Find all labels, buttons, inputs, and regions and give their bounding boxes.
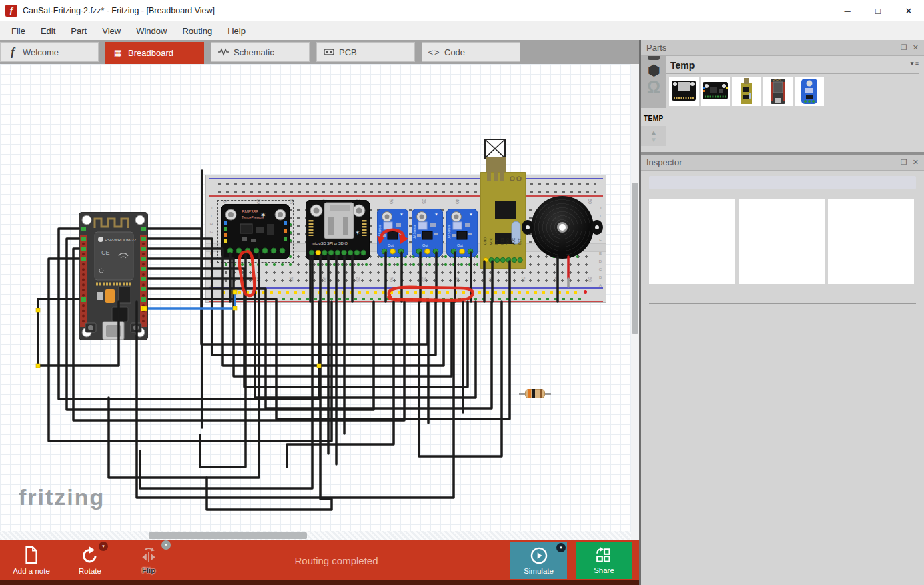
rotate-dropdown-arrow[interactable]: ▼ [99,542,108,551]
menu-item[interactable]: View [96,26,130,36]
rail-holes-ground-bottom [223,295,583,301]
rail-holes-top [215,180,596,195]
breadboard-canvas[interactable]: fritzing 51015202530354045505560 JIHGF J… [0,64,639,540]
close-panel-icon[interactable]: ✕ [913,158,919,167]
bin-menu-icon[interactable]: ▾ ≡ [911,60,919,71]
esp32-board-graphic: ESP-WROOM-32 CE [79,212,148,340]
resistor[interactable] [519,388,551,400]
scroll-down-icon[interactable]: ▼ [650,136,657,143]
rail-line-red-top [209,195,603,197]
row-letters-left-top: JIHGF [209,206,214,242]
inspector-previews [649,199,916,284]
antenna-connector [486,157,506,173]
svg-text:microSD SPI or SDIO: microSD SPI or SDIO [312,241,348,245]
fritzing-f-icon: f [7,45,18,59]
title-bar: f CanSat-Fritzing-2.fzz* - Fritzing - [B… [0,0,924,21]
note-icon [23,546,40,564]
close-panel-icon[interactable]: ✕ [913,43,919,52]
tab-schematic[interactable]: Schematic [211,42,310,62]
microsd-breakout-board[interactable]: ✶ microSD SPI or SDIO [306,200,370,260]
fritzing-app-icon: f [5,5,17,17]
menu-item[interactable]: Edit [35,26,65,36]
temp-bin-tab[interactable]: TEMP [641,108,666,122]
parts-panel-header: Parts ❐ ✕ [641,40,924,56]
float-panel-icon[interactable]: ❐ [901,158,907,167]
schematic-preview-box [739,199,825,284]
antenna-icon[interactable] [484,139,506,159]
breadboard-preview-box [649,199,735,284]
svg-text:Out: Out [388,243,394,247]
part-thumb-blue-sensor[interactable] [795,77,824,106]
parts-bin-tabs: ⬢ Ω TEMP ▲ ▼ [641,56,666,152]
fritzing-window: f CanSat-Fritzing-2.fzz* - Fritzing - [B… [0,0,924,585]
svg-text:Out: Out [422,243,428,247]
svg-text:UV Sensor: UV Sensor [448,225,451,239]
breadboard-grid-icon: ▦ [113,48,123,58]
svg-text:ESP-WROOM-32: ESP-WROOM-32 [105,238,137,242]
inspector-title-field[interactable] [649,176,916,189]
menu-bar: FileEditPartViewWindowRoutingHelp [0,21,924,40]
tab-code[interactable]: <> Code [422,42,520,62]
add-note-button[interactable]: Add a note [5,542,57,579]
vertical-scrollbar[interactable] [632,183,638,334]
schematic-waveform-icon [218,48,229,56]
flip-icon [139,546,158,564]
esp32-devkit-board[interactable]: ESP-WROOM-32 CE [79,212,148,340]
red-hole [584,290,587,294]
svg-text:✶: ✶ [355,229,360,236]
canvas-bottom-edge [0,531,639,540]
tab-welcome[interactable]: f Welcome [0,42,99,62]
simulate-dropdown-arrow[interactable]: ▼ [556,543,566,552]
inspector-divider [649,303,916,304]
horizontal-scrollbar[interactable] [149,532,307,539]
bmp388-sensor-board[interactable]: ✶ BMP388 Temp+Pressure [221,204,290,259]
bin-tab-icon-clipped[interactable] [648,56,660,60]
flip-button[interactable]: Flip ▼ [123,542,175,579]
menu-item[interactable]: File [5,26,35,36]
omega-bin-icon[interactable]: Ω [647,78,660,95]
menu-item[interactable]: Window [130,26,176,36]
inspector-divider [649,314,916,314]
column-numbers-bottom: 51015202530354045505560 [221,275,591,283]
bmp388-graphic: ✶ BMP388 Temp+Pressure [221,204,290,259]
share-button[interactable]: Share [576,542,632,579]
part-thumb-esp32-module[interactable] [763,77,793,106]
scroll-up-icon[interactable]: ▲ [650,129,657,136]
svg-text:✶: ✶ [400,212,404,217]
inspector-body [641,176,924,314]
uv-sensor-board-1[interactable]: ✶ UV Sensor Out [377,209,408,259]
rotate-button[interactable]: Rotate ▼ [64,542,116,579]
menu-item[interactable]: Part [65,26,96,36]
resistor-band [540,389,542,398]
close-button[interactable]: ✕ [893,0,924,21]
pcb-preview-box [828,199,914,284]
resistor-band [528,389,531,398]
bottom-toolbar: Add a note Rotate ▼ [0,540,639,580]
menu-item[interactable]: Routing [176,26,221,36]
part-thumb-sensor-board[interactable] [701,77,730,106]
rf-pin-labels: GNDVCCENRXDTXDAUXSET [483,237,521,245]
part-thumb-rf-module[interactable] [732,77,761,106]
flip-dropdown-arrow[interactable]: ▼ [161,540,171,550]
resistor-band [532,389,535,398]
buzzer-mount-tab [522,220,534,235]
float-panel-icon[interactable]: ❐ [901,43,907,52]
tab-breadboard[interactable]: ▦ Breadboard [105,42,204,64]
simulate-play-icon [530,546,548,565]
minimize-button[interactable]: ─ [832,0,863,21]
part-thumb-microsd-breakout[interactable] [669,77,699,106]
menu-item[interactable]: Help [221,26,255,36]
rf-module-graphic [480,172,526,269]
maximize-button[interactable]: □ [863,0,893,21]
simulate-button[interactable]: Simulate ▼ [510,542,567,579]
piezo-buzzer[interactable] [531,196,594,259]
vertical-scrollbar-track[interactable] [631,64,639,540]
uv-sensor-board-2[interactable]: ✶ UV Sensor Out [412,209,443,259]
svg-text:BMP388: BMP388 [242,209,258,214]
tab-pcb[interactable]: PCB [316,42,415,62]
hexagon-bin-icon[interactable]: ⬢ [647,63,660,78]
uv-sensor-board-3[interactable]: ✶ UV Sensor Out [446,209,478,259]
svg-text:UV Sensor: UV Sensor [413,225,416,239]
rf-radio-module[interactable]: GNDVCCENRXDTXDAUXSET [480,172,526,269]
code-icon: <> [429,47,440,57]
